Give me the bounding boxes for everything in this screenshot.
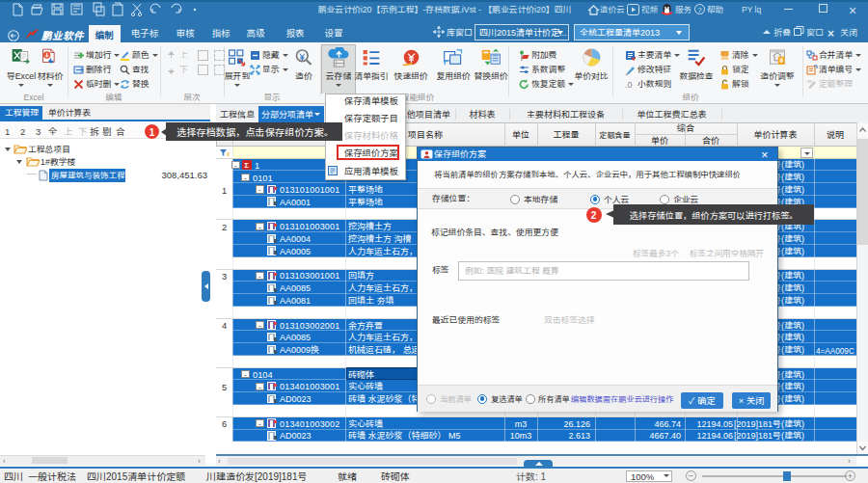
svg-text:.0: .0: [625, 80, 633, 90]
